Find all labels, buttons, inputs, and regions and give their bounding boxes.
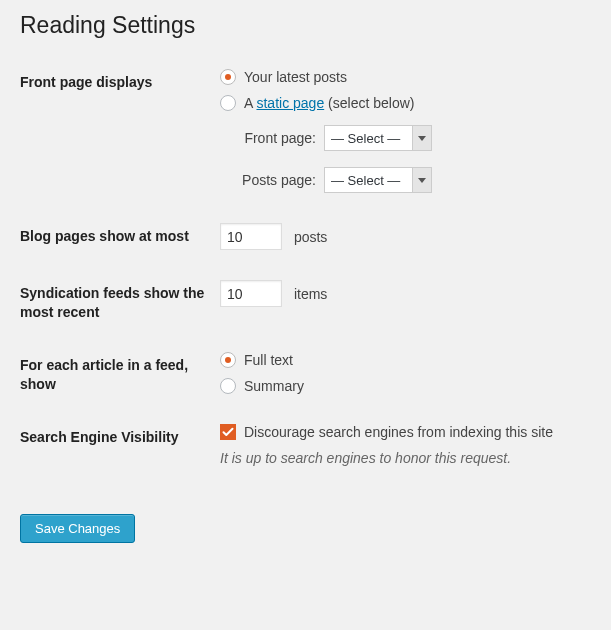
front-page-displays-heading: Front page displays xyxy=(20,69,220,223)
save-button[interactable]: Save Changes xyxy=(20,514,135,543)
visibility-note: It is up to search engines to honor this… xyxy=(220,450,591,466)
visibility-checkbox[interactable] xyxy=(220,424,236,440)
posts-page-select-label: Posts page: xyxy=(220,172,316,188)
page-title: Reading Settings xyxy=(20,12,591,39)
syndication-unit: items xyxy=(294,286,327,302)
visibility-checkbox-label: Discourage search engines from indexing … xyxy=(244,424,553,440)
posts-page-select[interactable]: — Select — xyxy=(324,167,432,193)
blog-pages-unit: posts xyxy=(294,229,327,245)
radio-latest-posts[interactable] xyxy=(220,69,236,85)
front-page-select[interactable]: — Select — xyxy=(324,125,432,151)
radio-static-page-label: A static page (select below) xyxy=(244,95,414,111)
radio-latest-posts-label: Your latest posts xyxy=(244,69,347,85)
static-page-link[interactable]: static page xyxy=(256,95,324,111)
front-page-select-label: Front page: xyxy=(220,130,316,146)
article-feed-heading: For each article in a feed, show xyxy=(20,352,220,424)
syndication-heading: Syndication feeds show the most recent xyxy=(20,280,220,352)
radio-full-text-label: Full text xyxy=(244,352,293,368)
radio-full-text[interactable] xyxy=(220,352,236,368)
radio-summary[interactable] xyxy=(220,378,236,394)
radio-static-page[interactable] xyxy=(220,95,236,111)
radio-summary-label: Summary xyxy=(244,378,304,394)
blog-pages-heading: Blog pages show at most xyxy=(20,223,220,280)
check-icon xyxy=(222,426,234,438)
syndication-input[interactable] xyxy=(220,280,282,307)
visibility-heading: Search Engine Visibility xyxy=(20,424,220,496)
blog-pages-input[interactable] xyxy=(220,223,282,250)
